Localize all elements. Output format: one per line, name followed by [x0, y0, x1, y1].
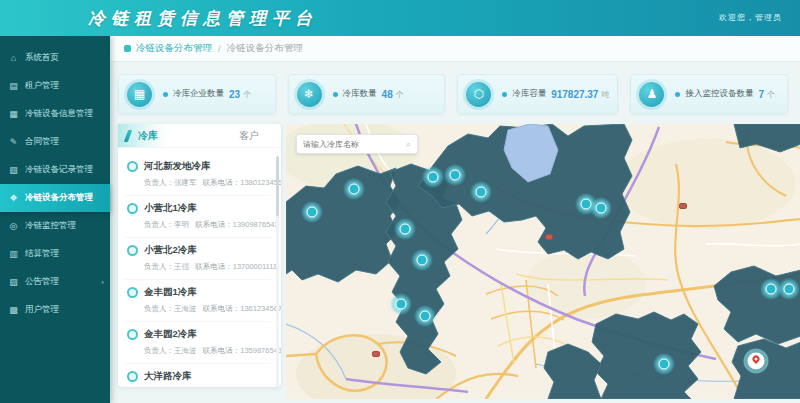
sidebar-menu-item[interactable]: ▩ 用户管理 ›	[0, 296, 110, 324]
owner-label: 负责人：	[144, 304, 174, 313]
menu-item-label: 结算管理	[25, 248, 59, 260]
phone-label: 联系电话：	[195, 262, 233, 271]
storage-panel: 冷库 客户 河北新发地冷库 负责人：张建军 联系电话：13801234567	[118, 124, 281, 387]
sidebar-menu-item[interactable]: ▧ 冷链设备记录管理 ›	[0, 156, 110, 184]
menu-item-label: 冷链设备分布管理	[25, 192, 93, 204]
stat-value: 7	[758, 89, 764, 100]
tab-marker-icon	[124, 130, 132, 142]
menu-item-icon: ◎	[8, 221, 19, 232]
menu-item-label: 租户管理	[25, 80, 59, 92]
map-search-input[interactable]	[303, 140, 399, 149]
storage-name: 小营北2冷库	[144, 244, 197, 257]
map-search-box[interactable]: ⌕	[296, 134, 418, 154]
owner-name: 李明	[174, 220, 189, 229]
storage-list-item[interactable]: 金丰园1冷库 负责人：王海波 联系电话：13612345678	[125, 280, 271, 322]
storage-details: 负责人：王强 联系电话：13700001111	[144, 262, 269, 272]
cold-storage-marker-icon[interactable]	[394, 218, 416, 240]
cold-storage-marker-icon[interactable]	[778, 278, 800, 300]
sidebar-menu-item[interactable]: ❖ 冷链设备分布管理 ›	[0, 184, 110, 212]
storage-list-item[interactable]: 小营北1冷库 负责人：李明 联系电话：13909876543	[125, 196, 271, 238]
breadcrumb-root[interactable]: 冷链设备分布管理	[136, 42, 212, 55]
storage-icon	[127, 329, 138, 340]
stat-value: 23	[229, 89, 240, 100]
phone-number: 13598765432	[240, 346, 281, 355]
sidebar-menu-item[interactable]: ✎ 合同管理 ›	[0, 128, 110, 156]
cold-storage-icon: ❄	[297, 82, 322, 107]
tab-customer[interactable]: 客户	[239, 129, 259, 143]
user-greeting[interactable]: 欢迎您，管理员	[719, 12, 782, 23]
menu-item-icon: ⌂	[8, 53, 19, 64]
cold-storage-marker-icon[interactable]	[590, 197, 612, 219]
device-user-icon: ♟	[639, 82, 664, 107]
road-badge	[545, 234, 553, 240]
phone-number: 13909876543	[233, 220, 279, 229]
storage-details: 负责人：王海波 联系电话：13598765432	[144, 346, 269, 356]
cold-storage-marker-icon[interactable]	[470, 181, 492, 203]
storage-icon	[127, 287, 138, 298]
storage-details: 负责人：王海波 联系电话：13612345678	[144, 304, 269, 314]
storage-list-item[interactable]: 大洋路冷库 负责人：陈晨 联系电话：13488887777	[125, 364, 271, 387]
storage-list[interactable]: 河北新发地冷库 负责人：张建军 联系电话：13801234567 小营北1冷库 …	[118, 148, 281, 387]
cold-storage-marker-icon[interactable]	[343, 178, 365, 200]
stat-label: 冷库数量	[343, 88, 377, 100]
locate-pin-button[interactable]	[748, 353, 765, 370]
stat-label: 冷库容量	[512, 88, 546, 100]
scrollbar-thumb[interactable]	[276, 156, 279, 216]
cold-storage-marker-icon[interactable]	[414, 305, 436, 327]
cold-storage-marker-icon[interactable]	[422, 166, 444, 188]
cold-storage-marker-icon[interactable]	[444, 164, 466, 186]
cold-storage-marker-icon[interactable]	[653, 353, 675, 375]
menu-item-label: 冷链设备记录管理	[25, 164, 93, 176]
stat-unit: 个	[767, 89, 775, 100]
phone-label: 联系电话：	[195, 220, 233, 229]
app-window: 冷链租赁信息管理平台 欢迎您，管理员 ⌂ 系统首页 › ▤ 租户管理 › ▦ 冷…	[0, 0, 800, 403]
stat-dot-icon	[502, 92, 507, 97]
menu-item-icon: ▥	[8, 249, 19, 260]
cold-storage-marker-icon[interactable]	[411, 249, 433, 271]
panel-tabs: 冷库 客户	[118, 124, 281, 148]
storage-details: 负责人：李明 联系电话：13909876543	[144, 220, 269, 230]
menu-item-label: 公告管理	[25, 276, 59, 288]
map-canvas[interactable]: ⌕	[286, 124, 800, 399]
breadcrumb-icon	[124, 45, 131, 52]
sidebar-menu-item[interactable]: ⌂ 系统首页 ›	[0, 44, 110, 72]
stat-card: ♟ 接入监控设备数量 7 个	[630, 74, 788, 114]
top-bar: 冷链租赁信息管理平台 欢迎您，管理员	[0, 0, 800, 36]
owner-name: 王强	[174, 262, 189, 271]
road-badge	[372, 351, 380, 357]
owner-name: 张建军	[174, 178, 197, 187]
menu-item-icon: ▧	[8, 165, 19, 176]
sidebar-menu-item[interactable]: ▨ 公告管理 ›	[0, 268, 110, 296]
sidebar-menu-item[interactable]: ▤ 租户管理 ›	[0, 72, 110, 100]
storage-icon	[127, 371, 138, 382]
menu-item-label: 合同管理	[25, 136, 59, 148]
storage-list-item[interactable]: 小营北2冷库 负责人：王强 联系电话：13700001111	[125, 238, 271, 280]
stat-label: 接入监控设备数量	[685, 88, 753, 100]
storage-list-item[interactable]: 河北新发地冷库 负责人：张建军 联系电话：13801234567	[125, 154, 271, 196]
stats-row: ▦ 冷库企业数量 23 个 ❄ 冷库数量 48 个 ⬡ 冷库容量 917827.…	[110, 62, 800, 114]
owner-name: 王海波	[174, 346, 197, 355]
storage-name: 河北新发地冷库	[144, 160, 211, 173]
owner-name: 王海波	[174, 304, 197, 313]
map-basemap	[286, 124, 800, 399]
storage-name: 金丰园1冷库	[144, 286, 197, 299]
map-pin-icon	[751, 354, 761, 364]
storage-icon	[127, 245, 138, 256]
phone-label: 联系电话：	[203, 346, 241, 355]
cold-storage-marker-icon[interactable]	[301, 201, 323, 223]
phone-label: 联系电话：	[203, 304, 241, 313]
stat-card: ⬡ 冷库容量 917827.37 吨	[457, 74, 618, 114]
stat-label: 冷库企业数量	[173, 88, 224, 100]
tab-cold-storage[interactable]: 冷库	[118, 124, 168, 147]
storage-list-item[interactable]: 金丰园2冷库 负责人：王海波 联系电话：13598765432	[125, 322, 271, 364]
search-icon[interactable]: ⌕	[406, 139, 411, 150]
menu-item-label: 系统首页	[25, 52, 59, 64]
sidebar-menu-item[interactable]: ◎ 冷链监控管理 ›	[0, 212, 110, 240]
menu-item-icon: ✎	[8, 137, 19, 148]
menu-item-icon: ❖	[8, 193, 19, 204]
sidebar-menu-item[interactable]: ▥ 结算管理 ›	[0, 240, 110, 268]
menu-item-label: 冷链设备信息管理	[25, 108, 93, 120]
cold-storage-marker-icon[interactable]	[390, 293, 412, 315]
owner-label: 负责人：	[144, 262, 174, 271]
sidebar-menu-item[interactable]: ▦ 冷链设备信息管理 ›	[0, 100, 110, 128]
